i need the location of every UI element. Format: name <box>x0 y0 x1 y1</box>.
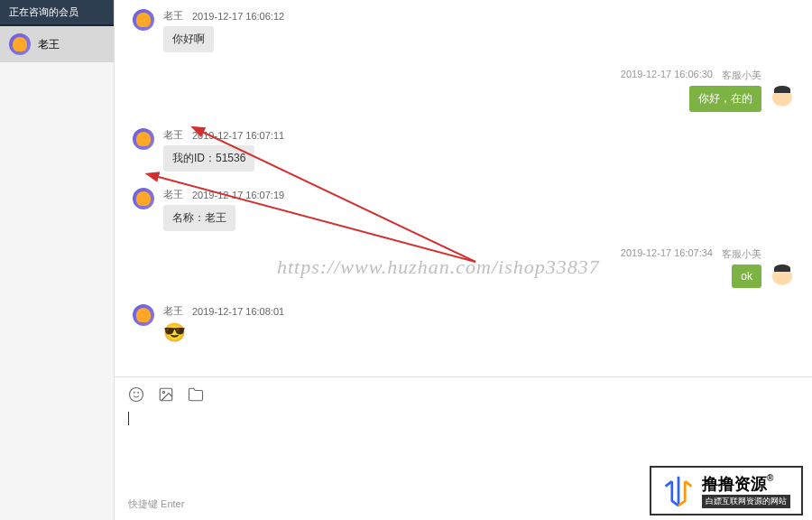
sidebar: 正在咨询的会员 老王 <box>0 0 115 520</box>
msg-bubble: 我的ID：51536 <box>163 145 254 172</box>
msg-bubble: 你好啊 <box>163 26 214 52</box>
brand-watermark: 撸撸资源 ® 白嫖互联网资源的网站 <box>650 466 803 515</box>
chat-area: 老王 2019-12-17 16:06:12 你好啊 2019-12-17 16… <box>115 0 812 376</box>
svg-point-6 <box>162 391 164 393</box>
brand-logo-icon <box>662 475 695 507</box>
folder-icon[interactable] <box>188 386 204 403</box>
main-area: 老王 2019-12-17 16:06:12 你好啊 2019-12-17 16… <box>115 0 812 520</box>
image-icon[interactable] <box>158 386 174 403</box>
message-row: 2019-12-17 16:06:30 客服小美 你好，在的 <box>133 69 794 112</box>
msg-sender: 客服小美 <box>722 247 761 261</box>
message-row: 老王 2019-12-17 16:07:11 我的ID：51536 <box>133 128 794 172</box>
msg-time: 2019-12-17 16:07:11 <box>192 130 284 141</box>
emoji-icon[interactable] <box>128 386 144 403</box>
svg-point-2 <box>130 388 143 402</box>
svg-point-3 <box>134 392 134 393</box>
brand-tagline: 白嫖互联网资源的网站 <box>702 495 790 508</box>
user-avatar <box>133 128 154 150</box>
msg-sender: 老王 <box>163 128 183 142</box>
msg-time: 2019-12-17 16:06:30 <box>621 69 713 82</box>
user-avatar <box>133 188 154 209</box>
input-toolbar <box>128 386 798 403</box>
message-row: 老王 2019-12-17 16:08:01 😎 <box>133 304 794 343</box>
msg-time: 2019-12-17 16:07:34 <box>621 247 713 261</box>
msg-sender: 客服小美 <box>722 69 761 82</box>
contact-avatar <box>9 33 31 55</box>
msg-sender: 老王 <box>163 304 183 318</box>
agent-avatar <box>770 86 794 109</box>
msg-emoji: 😎 <box>163 321 185 343</box>
svg-point-4 <box>138 392 139 393</box>
brand-name: 撸撸资源 <box>702 473 767 495</box>
msg-bubble: 名称：老王 <box>163 205 235 231</box>
agent-avatar <box>770 265 794 288</box>
msg-bubble: ok <box>732 265 761 288</box>
brand-reg-mark: ® <box>767 473 773 483</box>
msg-sender: 老王 <box>163 188 183 201</box>
msg-time: 2019-12-17 16:08:01 <box>192 306 284 317</box>
message-row: 2019-12-17 16:07:34 客服小美 ok <box>133 247 794 288</box>
message-row: 老王 2019-12-17 16:06:12 你好啊 <box>133 9 794 52</box>
user-avatar <box>133 9 154 31</box>
sidebar-item-contact[interactable]: 老王 <box>0 26 114 62</box>
msg-time: 2019-12-17 16:06:12 <box>192 11 284 22</box>
msg-time: 2019-12-17 16:07:19 <box>192 190 284 200</box>
contact-name: 老王 <box>38 37 60 52</box>
sidebar-header: 正在咨询的会员 <box>0 0 114 26</box>
user-avatar <box>133 304 154 326</box>
msg-bubble: 你好，在的 <box>689 86 761 112</box>
message-row: 老王 2019-12-17 16:07:19 名称：老王 <box>133 188 794 231</box>
msg-sender: 老王 <box>163 9 183 23</box>
